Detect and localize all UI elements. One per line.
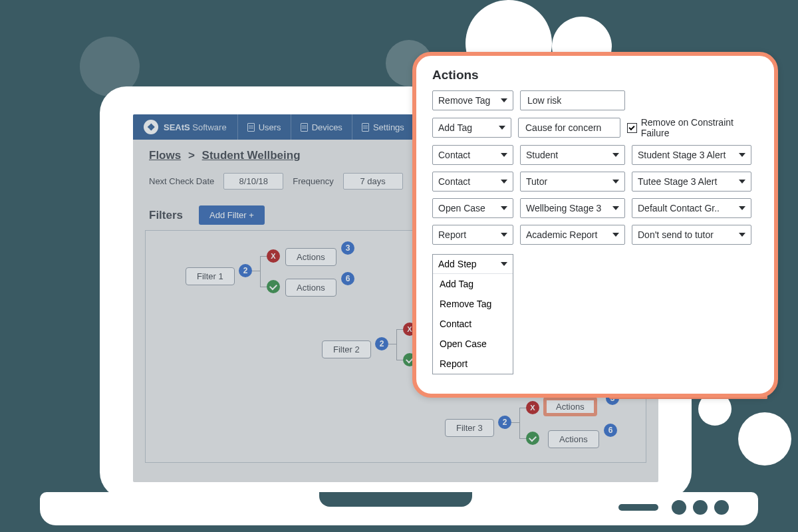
brand-bold: SEAtS	[164, 122, 190, 132]
action-type-select[interactable]: Report	[432, 225, 513, 245]
filter3-pass-actions[interactable]: Actions	[548, 430, 599, 448]
brand: ❖ SEAtS Software	[133, 120, 237, 134]
actions-count-badge: 6	[604, 424, 617, 437]
nav-users-label: Users	[259, 122, 281, 132]
connector	[519, 408, 520, 438]
frequency-label: Frequency	[293, 176, 333, 186]
laptop-dots	[672, 500, 729, 515]
filter1-fail-actions[interactable]: Actions	[285, 248, 336, 266]
actions-popup-title: Actions	[432, 68, 761, 82]
page-icon	[362, 123, 369, 132]
frequency-field[interactable]: 7 days	[343, 173, 403, 190]
filter1-count-badge: 2	[239, 264, 252, 277]
nav-settings-label: Settings	[373, 122, 404, 132]
actions-popup: Actions Remove Tag Low risk Add Tag Caus…	[412, 52, 778, 398]
chevron-down-icon	[501, 180, 507, 184]
chevron-down-icon	[501, 153, 507, 157]
action-target-select[interactable]: Tutor	[520, 172, 625, 192]
laptop-notch	[319, 492, 472, 507]
bg-circle	[738, 412, 791, 466]
add-step-head[interactable]: Add Step	[433, 255, 513, 274]
add-filter-button[interactable]: Add Filter +	[199, 205, 265, 225]
pass-icon	[526, 432, 539, 445]
action-template-select[interactable]: Student Stage 3 Alert	[632, 145, 751, 165]
add-step-option[interactable]: Remove Tag	[433, 294, 513, 314]
chevron-down-icon	[739, 233, 745, 237]
nav-settings[interactable]: Settings	[352, 114, 414, 140]
laptop-keyboard-bar	[618, 504, 658, 511]
checkbox-checked-icon	[627, 123, 637, 133]
filters-title: Filters	[149, 209, 183, 222]
pass-icon	[267, 280, 280, 293]
actions-count-badge: 3	[341, 241, 354, 255]
page-icon	[247, 123, 255, 132]
chevron-down-icon	[612, 153, 619, 157]
filter3-count-badge: 2	[498, 416, 511, 429]
chevron-down-icon	[499, 126, 505, 130]
connector	[396, 329, 397, 360]
actions-count-badge: 6	[341, 272, 354, 285]
filter2-node[interactable]: Filter 2	[322, 340, 371, 358]
action-value-field[interactable]: Cause for concern	[518, 118, 620, 138]
add-step-dropdown[interactable]: Add Step Add Tag Remove Tag Contact Open…	[432, 254, 513, 374]
add-step-option[interactable]: Add Tag	[433, 274, 513, 294]
action-template-select[interactable]: Don't send to tutor	[632, 225, 751, 245]
fail-icon: X	[526, 401, 539, 414]
nav-users[interactable]: Users	[237, 114, 291, 140]
crumb-root[interactable]: Flows	[149, 149, 181, 162]
chevron-down-icon	[501, 206, 507, 210]
connector	[260, 256, 261, 287]
connector	[252, 271, 260, 271]
action-target-select[interactable]: Student	[520, 145, 625, 165]
chevron-down-icon	[739, 153, 745, 157]
next-check-label: Next Check Date	[149, 176, 214, 186]
connector	[511, 422, 519, 423]
brand-text: SEAtS Software	[164, 122, 227, 132]
add-step-option[interactable]: Open Case	[433, 334, 513, 354]
connector	[388, 344, 396, 344]
checkbox-label: Remove on Constraint Failure	[641, 117, 761, 138]
action-type-select[interactable]: Remove Tag	[432, 90, 513, 110]
chevron-down-icon	[501, 233, 507, 237]
filter3-node[interactable]: Filter 3	[445, 419, 494, 437]
nav-devices[interactable]: Devices	[291, 114, 352, 140]
fail-icon: X	[267, 249, 280, 263]
nav-devices-label: Devices	[312, 122, 342, 132]
add-step-option[interactable]: Contact	[433, 314, 513, 334]
chevron-down-icon	[739, 206, 745, 210]
filter2-count-badge: 2	[375, 337, 388, 350]
action-type-select[interactable]: Contact	[432, 172, 513, 192]
next-check-field[interactable]: 8/10/18	[223, 173, 283, 190]
action-template-select[interactable]: Default Contact Gr..	[632, 198, 751, 218]
action-target-select[interactable]: Wellbeing Stage 3	[520, 198, 625, 218]
action-type-select[interactable]: Contact	[432, 145, 513, 165]
action-type-select[interactable]: Add Tag	[432, 118, 511, 138]
remove-on-failure-checkbox[interactable]: Remove on Constraint Failure	[627, 117, 761, 138]
chevron-down-icon	[501, 98, 507, 102]
action-template-select[interactable]: Tutee Stage 3 Alert	[632, 172, 751, 192]
chevron-down-icon	[612, 233, 619, 237]
filter1-node[interactable]: Filter 1	[186, 267, 235, 285]
chevron-down-icon	[612, 206, 619, 210]
action-target-select[interactable]: Academic Report	[520, 225, 625, 245]
action-value-field[interactable]: Low risk	[520, 90, 625, 110]
filter3-fail-actions-highlighted[interactable]: Actions	[543, 397, 597, 416]
crumb-sep: >	[188, 149, 195, 162]
crumb-current[interactable]: Student Wellbeing	[202, 149, 301, 162]
chevron-down-icon	[501, 262, 507, 266]
brand-logo-icon: ❖	[144, 120, 158, 134]
action-type-select[interactable]: Open Case	[432, 198, 513, 218]
chevron-down-icon	[739, 180, 745, 184]
filter1-pass-actions[interactable]: Actions	[285, 279, 336, 297]
add-step-option[interactable]: Report	[433, 354, 513, 374]
chevron-down-icon	[612, 180, 619, 184]
brand-light: Software	[192, 122, 226, 132]
page-icon	[301, 123, 308, 132]
